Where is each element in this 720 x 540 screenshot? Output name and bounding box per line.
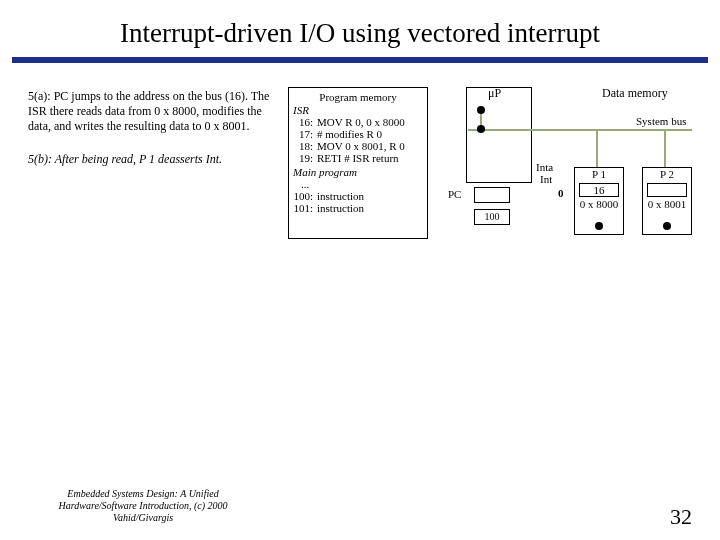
program-memory-box: Program memory ISR 16:MOV R 0, 0 x 8000 … xyxy=(288,87,428,239)
step-5b: 5(b): After being read, P 1 deasserts In… xyxy=(28,152,272,167)
footer-citation: Embedded Systems Design: A Unified Hardw… xyxy=(28,488,258,524)
p1-dot xyxy=(595,222,603,230)
system-bus-line xyxy=(468,129,692,131)
p2-value-cell xyxy=(647,183,687,197)
instr-17: # modifies R 0 xyxy=(317,128,382,140)
p1-address: 0 x 8000 xyxy=(575,198,623,212)
bus-dot-2 xyxy=(477,125,485,133)
peripheral-2-box: P 2 0 x 8001 xyxy=(642,167,692,235)
system-bus-label: System bus xyxy=(636,115,686,127)
int-value-zero: 0 xyxy=(558,187,564,199)
instr-101: instruction xyxy=(317,202,364,214)
line-num-100: 100: xyxy=(293,190,313,202)
program-memory-title: Program memory xyxy=(293,91,423,103)
peripheral-1-box: P 1 16 0 x 8000 xyxy=(574,167,624,235)
microprocessor-box xyxy=(466,87,532,183)
instr-19: RETI # ISR return xyxy=(317,152,399,164)
int-signal-label: Int xyxy=(540,173,552,185)
bus-stub-p2 xyxy=(664,129,666,167)
pc-value-box: 100 xyxy=(474,209,510,225)
instr-16: MOV R 0, 0 x 8000 xyxy=(317,116,405,128)
p2-header: P 2 xyxy=(643,168,691,182)
main-program-label: Main program xyxy=(293,166,423,178)
p1-header: P 1 xyxy=(575,168,623,182)
bus-stub-p1 xyxy=(596,129,598,167)
isr-label: ISR xyxy=(293,104,423,116)
description-text: 5(a): PC jumps to the address on the bus… xyxy=(28,89,272,185)
step-5a: 5(a): PC jumps to the address on the bus… xyxy=(28,89,272,134)
microprocessor-label: μP xyxy=(488,86,501,101)
bus-dot-1 xyxy=(477,106,485,114)
slide-title: Interrupt-driven I/O using vectored inte… xyxy=(0,0,720,57)
line-num-101: 101: xyxy=(293,202,313,214)
page-number: 32 xyxy=(670,504,692,530)
inta-signal-label: Inta xyxy=(536,161,553,173)
p1-value-cell: 16 xyxy=(579,183,619,197)
line-num-19: 19: xyxy=(293,152,313,164)
data-memory-label: Data memory xyxy=(602,86,668,101)
p2-dot xyxy=(663,222,671,230)
line-num-18: 18: xyxy=(293,140,313,152)
content-area: 5(a): PC jumps to the address on the bus… xyxy=(0,63,720,483)
pc-register-box xyxy=(474,187,510,203)
line-num-16: 16: xyxy=(293,116,313,128)
line-num-17: 17: xyxy=(293,128,313,140)
instr-100: instruction xyxy=(317,190,364,202)
instr-18: MOV 0 x 8001, R 0 xyxy=(317,140,405,152)
ellipsis-1: ... xyxy=(301,178,423,190)
p2-address: 0 x 8001 xyxy=(643,198,691,212)
pc-label: PC xyxy=(448,188,461,200)
